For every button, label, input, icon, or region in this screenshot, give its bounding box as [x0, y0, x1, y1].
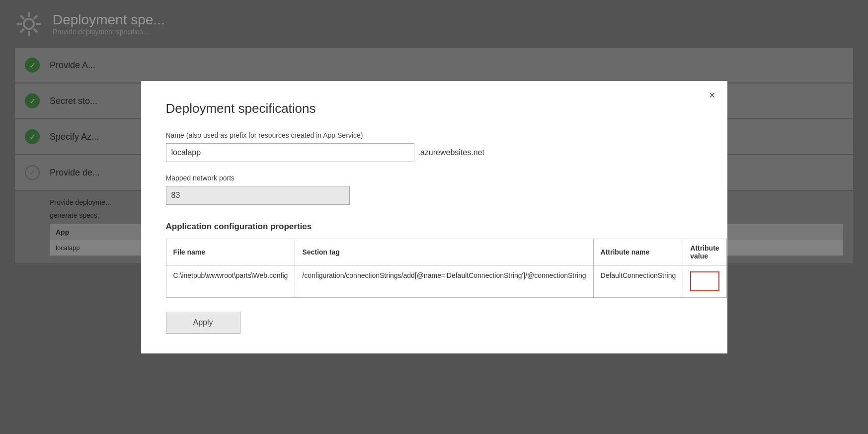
name-row: .azurewebsites.net — [166, 143, 703, 162]
attribute-value-input[interactable] — [690, 271, 719, 291]
modal-dialog: × Deployment specifications Name (also u… — [141, 81, 727, 353]
config-table-body: C:\inetpub\wwwroot\parts\Web.config /con… — [166, 265, 726, 297]
cell-attribute-name: DefaultConnectionString — [593, 265, 683, 297]
name-form-group: Name (also used as prefix for resources … — [166, 131, 703, 162]
ports-input[interactable] — [166, 186, 350, 205]
col-file-name: File name — [166, 239, 295, 265]
name-input[interactable] — [166, 143, 414, 162]
cell-file-name: C:\inetpub\wwwroot\parts\Web.config — [166, 265, 295, 297]
config-section: Application configuration properties Fil… — [166, 217, 703, 298]
col-attribute-name: Attribute name — [593, 239, 683, 265]
modal-title: Deployment specifications — [166, 101, 703, 116]
ports-label: Mapped network ports — [166, 174, 703, 182]
col-section-tag: Section tag — [295, 239, 593, 265]
modal-overlay: × Deployment specifications Name (also u… — [0, 0, 868, 434]
config-table-head: File name Section tag Attribute name Att… — [166, 239, 726, 265]
config-table: File name Section tag Attribute name Att… — [166, 239, 727, 298]
name-label: Name (also used as prefix for resources … — [166, 131, 703, 139]
cell-attribute-value[interactable] — [683, 265, 726, 297]
col-attribute-value: Attribute value — [683, 239, 726, 265]
close-button[interactable]: × — [709, 90, 715, 101]
name-suffix: .azurewebsites.net — [418, 148, 484, 157]
cell-section-tag: /configuration/connectionStrings/add[@na… — [295, 265, 593, 297]
apply-button[interactable]: Apply — [166, 312, 240, 334]
config-section-title: Application configuration properties — [166, 222, 703, 232]
ports-form-group: Mapped network ports — [166, 174, 703, 205]
config-header-row: File name Section tag Attribute name Att… — [166, 239, 726, 265]
table-row: C:\inetpub\wwwroot\parts\Web.config /con… — [166, 265, 726, 297]
